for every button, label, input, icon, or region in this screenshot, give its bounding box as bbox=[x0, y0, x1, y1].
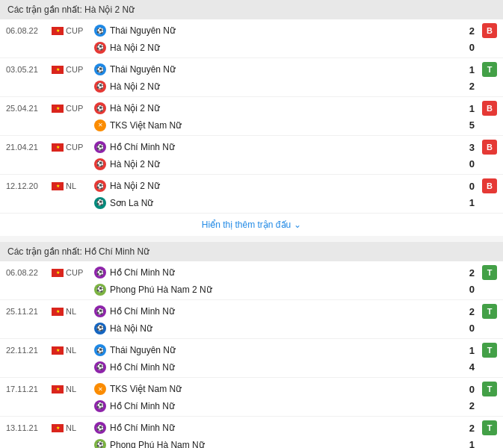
match-date: 12.12.20 bbox=[6, 181, 49, 190]
team-icon: ⚽ bbox=[94, 158, 106, 170]
competition-label: CUP bbox=[66, 104, 94, 113]
team1-name: Thái Nguyên Nữ bbox=[110, 345, 176, 355]
team-icon: ⚽ bbox=[94, 361, 106, 373]
team-icon: ⚽ bbox=[94, 422, 106, 434]
match-date: 17.11.21 bbox=[6, 385, 49, 393]
team2-name: Hà Nội 2 Nữ bbox=[110, 159, 160, 169]
team1-name-col: ⚽Hồ Chí Minh Nữ bbox=[94, 422, 463, 434]
team-icon: ⚽ bbox=[94, 400, 106, 412]
team2-row: ⚽Hồ Chí Minh Nữ2 bbox=[0, 398, 503, 416]
team2-name-col: ⚽Hà Nội Nữ bbox=[94, 323, 463, 335]
result-badge: T bbox=[482, 62, 497, 77]
match-row: 06.08.22CUP⚽Hồ Chí Minh Nữ2T⚽Phong Phú H… bbox=[0, 261, 503, 300]
score-team2: 1 bbox=[463, 439, 478, 448]
result-badge: T bbox=[482, 382, 497, 396]
team-icon: ⚽ bbox=[94, 267, 106, 279]
score-team1: 3 bbox=[463, 142, 478, 153]
team-icon: ⚽ bbox=[94, 42, 106, 54]
team2-name: Sơn La Nữ bbox=[110, 198, 153, 208]
country-flag bbox=[49, 105, 66, 113]
result-badge: T bbox=[482, 304, 497, 319]
show-more-button[interactable]: Hiển thị thêm trận đấu ⌄ bbox=[0, 213, 503, 236]
country-flag bbox=[49, 346, 66, 355]
team1-row: 06.08.22CUP⚽Hồ Chí Minh Nữ2T bbox=[0, 261, 503, 281]
chevron-down-icon: ⌄ bbox=[294, 220, 301, 230]
score-team1: 2 bbox=[463, 306, 478, 317]
country-flag bbox=[49, 424, 66, 432]
team2-name-col: ⚽Phong Phú Hà Nam 2 Nữ bbox=[94, 284, 463, 296]
result-badge: B bbox=[482, 178, 497, 193]
score-team1: 0 bbox=[463, 384, 478, 395]
match-row: 22.11.21NL⚽Thái Nguyên Nữ1T⚽Hồ Chí Minh … bbox=[0, 339, 503, 378]
team-icon: ⚽ bbox=[94, 102, 106, 114]
score-team1: 1 bbox=[463, 103, 478, 114]
team1-name-col: ⚽Hồ Chí Minh Nữ bbox=[94, 267, 463, 279]
score-team2: 1 bbox=[463, 197, 478, 208]
team2-name-col: ⚽Hồ Chí Minh Nữ bbox=[94, 361, 463, 373]
team2-name: Phong Phú Hà Nam Nữ bbox=[110, 440, 205, 449]
team1-row: 25.11.21NL⚽Hồ Chí Minh Nữ2T bbox=[0, 300, 503, 320]
match-row: 12.12.20NL⚽Hà Nội 2 Nữ0B⚽Sơn La Nữ1 bbox=[0, 175, 503, 213]
team1-name: Hồ Chí Minh Nữ bbox=[110, 267, 175, 278]
result-badge: T bbox=[482, 343, 497, 358]
team1-row: 17.11.21NL✕TKS Việt Nam Nữ0T bbox=[0, 378, 503, 398]
team-icon: ⚽ bbox=[94, 284, 106, 296]
match-date: 22.11.21 bbox=[6, 346, 49, 355]
team1-name: Hồ Chí Minh Nữ bbox=[110, 423, 175, 433]
result-badge: B bbox=[482, 101, 497, 116]
team1-name: Hà Nội 2 Nữ bbox=[110, 103, 160, 113]
team2-name-col: ⚽Hà Nội 2 Nữ bbox=[94, 81, 463, 93]
team1-row: 06.08.22CUP⚽Thái Nguyên Nữ2B bbox=[0, 19, 503, 40]
result-badge: B bbox=[482, 140, 497, 155]
section-hanoi-header: Các trận gần nhất: Hà Nội 2 Nữ bbox=[0, 0, 503, 19]
competition-label: CUP bbox=[66, 143, 94, 152]
team-icon: ✕ bbox=[94, 383, 106, 395]
section2-matches-container: 06.08.22CUP⚽Hồ Chí Minh Nữ2T⚽Phong Phú H… bbox=[0, 261, 503, 448]
team2-row: ⚽Phong Phú Hà Nam Nữ1 bbox=[0, 437, 503, 448]
competition-label: NL bbox=[66, 346, 94, 355]
section-hcm-header: Các trận gần nhất: Hồ Chí Minh Nữ bbox=[0, 242, 503, 261]
country-flag bbox=[49, 27, 66, 35]
team1-row: 03.05.21CUP⚽Thái Nguyên Nữ1T bbox=[0, 58, 503, 78]
team2-row: ⚽Hà Nội 2 Nữ0 bbox=[0, 40, 503, 57]
team1-name-col: ⚽Thái Nguyên Nữ bbox=[94, 344, 463, 356]
team2-name-col: ⚽Phong Phú Hà Nam Nữ bbox=[94, 439, 463, 449]
score-team2: 5 bbox=[463, 119, 478, 131]
score-team2: 2 bbox=[463, 81, 478, 92]
match-row: 17.11.21NL✕TKS Việt Nam Nữ0T⚽Hồ Chí Minh… bbox=[0, 378, 503, 417]
team1-name: Thái Nguyên Nữ bbox=[110, 25, 176, 36]
competition-label: NL bbox=[66, 307, 94, 316]
team2-row: ⚽Hồ Chí Minh Nữ4 bbox=[0, 359, 503, 377]
team1-name: Hồ Chí Minh Nữ bbox=[110, 142, 175, 152]
competition-label: CUP bbox=[66, 268, 94, 277]
team1-name-col: ⚽Hồ Chí Minh Nữ bbox=[94, 141, 463, 153]
match-row: 25.04.21CUP⚽Hà Nội 2 Nữ1B✕TKS Việt Nam N… bbox=[0, 97, 503, 136]
match-date: 25.04.21 bbox=[6, 104, 49, 113]
team2-row: ⚽Hà Nội Nữ0 bbox=[0, 320, 503, 338]
match-row: 13.11.21NL⚽Hồ Chí Minh Nữ2T⚽Phong Phú Hà… bbox=[0, 417, 503, 448]
team2-name: Hà Nội 2 Nữ bbox=[110, 43, 160, 53]
score-team1: 0 bbox=[463, 181, 478, 192]
country-flag bbox=[49, 269, 66, 277]
competition-label: NL bbox=[66, 423, 94, 432]
team1-name: Hà Nội 2 Nữ bbox=[110, 181, 160, 191]
score-team2: 0 bbox=[463, 284, 478, 295]
team1-name-col: ⚽Thái Nguyên Nữ bbox=[94, 63, 463, 75]
country-flag bbox=[49, 182, 66, 190]
team-icon: ⚽ bbox=[94, 344, 106, 356]
team1-row: 12.12.20NL⚽Hà Nội 2 Nữ0B bbox=[0, 175, 503, 195]
team2-row: ⚽Sơn La Nữ1 bbox=[0, 195, 503, 213]
match-date: 25.11.21 bbox=[6, 307, 49, 316]
match-row: 21.04.21CUP⚽Hồ Chí Minh Nữ3B⚽Hà Nội 2 Nữ… bbox=[0, 136, 503, 175]
competition-label: NL bbox=[66, 181, 94, 190]
score-team1: 2 bbox=[463, 423, 478, 434]
team-icon: ✕ bbox=[94, 119, 106, 131]
score-team2: 0 bbox=[463, 42, 478, 53]
match-date: 06.08.22 bbox=[6, 26, 49, 35]
country-flag bbox=[49, 385, 66, 393]
team2-name: Hồ Chí Minh Nữ bbox=[110, 362, 175, 373]
score-team2: 0 bbox=[463, 323, 478, 334]
result-badge: B bbox=[482, 23, 497, 38]
team1-row: 13.11.21NL⚽Hồ Chí Minh Nữ2T bbox=[0, 417, 503, 437]
score-team1: 2 bbox=[463, 25, 478, 37]
